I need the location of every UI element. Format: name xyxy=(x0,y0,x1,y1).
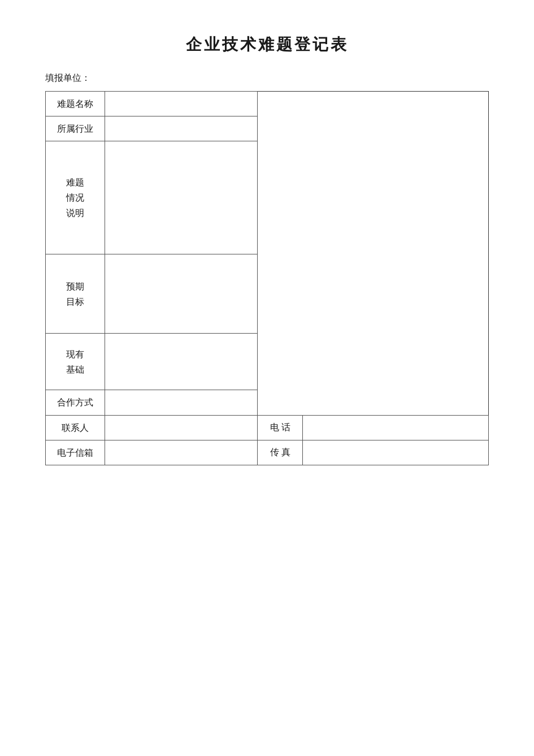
label-problem-desc: 难题 情况 说明 xyxy=(46,141,105,254)
label-fax: 传 真 xyxy=(258,440,303,465)
label-phone: 电 话 xyxy=(258,415,303,440)
table-row-problem-name: 难题名称 xyxy=(46,92,489,116)
label-contact: 联系人 xyxy=(46,415,105,440)
value-problem-name[interactable] xyxy=(105,92,258,116)
table-row-expected-goal: 预期 目标 xyxy=(46,254,489,334)
table-row-cooperation: 合作方式 xyxy=(46,390,489,415)
page-title: 企业技术难题登记表 xyxy=(45,34,489,55)
fill-unit-label: 填报单位： xyxy=(45,72,489,84)
label-industry: 所属行业 xyxy=(46,116,105,141)
value-phone[interactable] xyxy=(303,415,489,440)
value-email[interactable] xyxy=(105,440,258,465)
table-row-email: 电子信箱 传 真 xyxy=(46,440,489,465)
value-industry[interactable] xyxy=(105,116,258,141)
value-fax[interactable] xyxy=(303,440,489,465)
value-expected-goal[interactable] xyxy=(105,254,258,334)
value-existing-base[interactable] xyxy=(105,334,258,390)
value-cooperation[interactable] xyxy=(105,390,258,415)
label-email: 电子信箱 xyxy=(46,440,105,465)
label-expected-goal: 预期 目标 xyxy=(46,254,105,334)
label-existing-base: 现有 基础 xyxy=(46,334,105,390)
form-table: 难题名称 所属行业 难题 情况 说明 预期 目标 现有 基础 xyxy=(45,91,489,465)
table-row-existing-base: 现有 基础 xyxy=(46,334,489,390)
value-contact[interactable] xyxy=(105,415,258,440)
table-row-contact: 联系人 电 话 xyxy=(46,415,489,440)
table-row-problem-desc: 难题 情况 说明 xyxy=(46,141,489,254)
table-row-industry: 所属行业 xyxy=(46,116,489,141)
label-problem-name: 难题名称 xyxy=(46,92,105,116)
label-cooperation: 合作方式 xyxy=(46,390,105,415)
value-problem-desc[interactable] xyxy=(105,141,258,254)
